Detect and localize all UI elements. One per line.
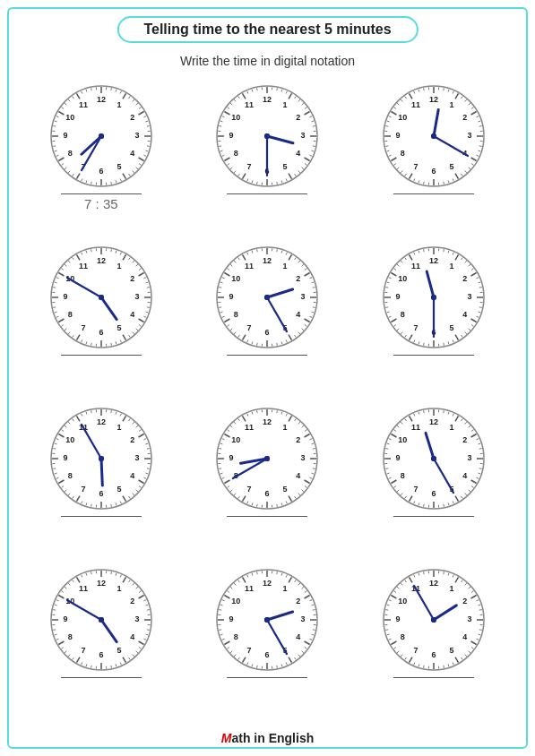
clock-cell <box>185 79 351 236</box>
footer: Math in English <box>221 731 314 745</box>
clock-face <box>213 82 321 190</box>
clock-cell: 7 : 35 <box>18 79 185 236</box>
answer-line <box>227 355 307 356</box>
clock-cell <box>185 240 351 398</box>
answer-line <box>227 677 307 678</box>
clock-cell <box>350 79 517 236</box>
clock-cell <box>18 240 185 398</box>
clock-cell <box>350 563 517 720</box>
clock-face <box>47 405 155 512</box>
answer-line <box>227 516 307 517</box>
answer-line <box>393 677 474 678</box>
clock-cell <box>185 401 351 559</box>
clocks-grid: 7 : 35 <box>18 79 517 720</box>
answer-line <box>61 193 142 194</box>
answer-line <box>61 677 142 678</box>
clock-face <box>380 566 488 674</box>
clock-face <box>213 566 321 674</box>
clock-cell <box>350 401 517 559</box>
clock-face <box>380 82 488 190</box>
subtitle-text: Write the time in digital notation <box>180 54 355 68</box>
answer-line <box>393 516 474 517</box>
clock-face <box>380 244 488 351</box>
answer-text: 7 : 35 <box>84 196 118 211</box>
clock-cell <box>18 563 185 720</box>
answer-line <box>393 355 474 356</box>
clock-face <box>213 244 321 351</box>
clock-face <box>47 244 155 351</box>
answer-line <box>227 193 307 194</box>
clock-cell <box>185 563 351 720</box>
title-text: Telling time to the nearest 5 minutes <box>143 21 391 37</box>
answer-line <box>393 193 474 194</box>
answer-line <box>61 355 142 356</box>
clock-face <box>380 405 488 512</box>
title-box: Telling time to the nearest 5 minutes <box>116 16 418 43</box>
clock-cell <box>18 401 185 559</box>
answer-line <box>61 516 142 517</box>
footer-m: M <box>221 731 232 745</box>
clock-face <box>47 82 155 190</box>
footer-rest: ath in English <box>231 731 314 745</box>
clock-face <box>213 405 321 512</box>
clock-face <box>47 566 155 674</box>
clock-cell <box>350 240 517 398</box>
